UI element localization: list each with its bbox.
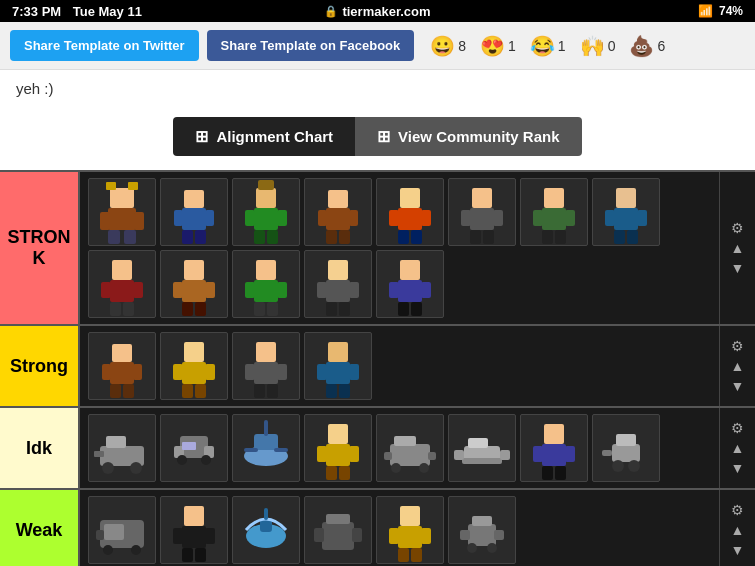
svg-rect-129 (384, 452, 392, 460)
svg-point-152 (103, 545, 113, 555)
svg-point-147 (628, 460, 640, 472)
community-tab-icon: ⊞ (377, 127, 390, 146)
svg-rect-23 (318, 210, 327, 226)
reaction-laugh[interactable]: 😂 1 (530, 34, 566, 58)
poop-emoji: 💩 (629, 34, 654, 58)
svg-rect-123 (317, 446, 327, 462)
svg-rect-25 (326, 230, 337, 244)
list-item (448, 414, 516, 482)
list-item (160, 414, 228, 482)
svg-rect-77 (389, 282, 399, 298)
tier-row-weak: Weak ⚙ ▲ ▼ (0, 490, 755, 566)
down-button-idk[interactable]: ▼ (725, 459, 751, 477)
svg-rect-72 (349, 282, 359, 298)
share-twitter-button[interactable]: Share Template on Twitter (10, 30, 199, 61)
svg-rect-73 (326, 302, 337, 316)
svg-rect-155 (182, 526, 206, 548)
svg-rect-54 (133, 282, 143, 298)
svg-rect-44 (555, 230, 566, 244)
svg-rect-118 (244, 448, 258, 452)
up-button-idk[interactable]: ▲ (725, 439, 751, 457)
svg-rect-57 (184, 260, 204, 280)
svg-rect-64 (254, 280, 278, 302)
svg-point-153 (131, 545, 141, 555)
svg-rect-145 (616, 434, 636, 446)
poop-count: 6 (657, 38, 665, 54)
svg-rect-175 (460, 530, 470, 540)
svg-rect-70 (326, 280, 350, 302)
list-item (376, 414, 444, 482)
svg-rect-82 (110, 362, 134, 384)
svg-point-115 (201, 455, 211, 465)
svg-rect-2 (100, 212, 110, 230)
reaction-poop[interactable]: 💩 6 (629, 34, 665, 58)
svg-rect-164 (326, 514, 350, 524)
clap-emoji: 🙌 (580, 34, 605, 58)
list-item (520, 178, 588, 246)
list-item (376, 496, 444, 564)
tab-community[interactable]: ⊞ View Community Rank (355, 117, 581, 156)
svg-rect-101 (317, 364, 327, 380)
svg-rect-39 (544, 188, 564, 208)
svg-rect-124 (349, 446, 359, 462)
list-item (448, 178, 516, 246)
svg-rect-61 (182, 302, 193, 316)
tier-items-strong (80, 326, 719, 406)
down-button-stronk[interactable]: ▼ (725, 259, 751, 277)
settings-button-weak[interactable]: ⚙ (725, 501, 750, 519)
up-button-weak[interactable]: ▲ (725, 521, 751, 539)
svg-rect-7 (128, 182, 138, 190)
svg-rect-33 (472, 188, 492, 208)
svg-rect-19 (267, 230, 278, 244)
svg-rect-16 (245, 210, 255, 226)
down-button-strong[interactable]: ▼ (725, 377, 751, 395)
svg-rect-53 (101, 282, 111, 298)
svg-rect-98 (267, 384, 278, 398)
svg-rect-46 (614, 208, 638, 230)
svg-rect-92 (195, 384, 206, 398)
svg-rect-86 (123, 384, 134, 398)
svg-rect-62 (195, 302, 206, 316)
svg-rect-148 (602, 450, 612, 456)
settings-button-idk[interactable]: ⚙ (725, 419, 750, 437)
list-item (160, 332, 228, 400)
svg-rect-139 (542, 444, 566, 466)
svg-rect-93 (256, 342, 276, 362)
comment-text: yeh :) (16, 80, 54, 97)
wifi-icon: 📶 (698, 4, 713, 18)
down-button-weak[interactable]: ▼ (725, 541, 751, 559)
svg-rect-74 (339, 302, 350, 316)
tier-items-idk (80, 408, 719, 488)
svg-rect-63 (256, 260, 276, 280)
svg-rect-69 (328, 260, 348, 280)
settings-button-stronk[interactable]: ⚙ (725, 219, 750, 237)
list-item (88, 250, 156, 318)
reaction-heart[interactable]: 😍 1 (480, 34, 516, 58)
svg-rect-27 (400, 188, 420, 208)
svg-point-177 (467, 543, 477, 553)
reaction-clap[interactable]: 🙌 0 (580, 34, 616, 58)
svg-rect-169 (389, 528, 399, 544)
svg-rect-109 (94, 451, 104, 457)
svg-rect-162 (264, 508, 268, 520)
settings-button-strong[interactable]: ⚙ (725, 337, 750, 355)
svg-rect-5 (124, 230, 136, 244)
share-facebook-button[interactable]: Share Template on Facebook (207, 30, 415, 61)
svg-rect-78 (421, 282, 431, 298)
tab-alignment[interactable]: ⊞ Alignment Chart (173, 117, 355, 156)
up-button-strong[interactable]: ▲ (725, 357, 751, 375)
tab-row: ⊞ Alignment Chart ⊞ View Community Rank (0, 107, 755, 170)
svg-rect-36 (493, 210, 503, 226)
svg-rect-79 (398, 302, 409, 316)
top-bar: Share Template on Twitter Share Template… (0, 22, 755, 70)
svg-rect-83 (102, 364, 111, 380)
svg-rect-17 (277, 210, 287, 226)
up-button-stronk[interactable]: ▲ (725, 239, 751, 257)
svg-rect-84 (133, 364, 142, 380)
reaction-happy[interactable]: 😀 8 (430, 34, 466, 58)
svg-rect-50 (627, 230, 638, 244)
svg-point-108 (130, 462, 142, 474)
list-item (232, 332, 300, 400)
tier-controls-weak: ⚙ ▲ ▼ (719, 490, 755, 566)
svg-rect-106 (106, 436, 126, 448)
